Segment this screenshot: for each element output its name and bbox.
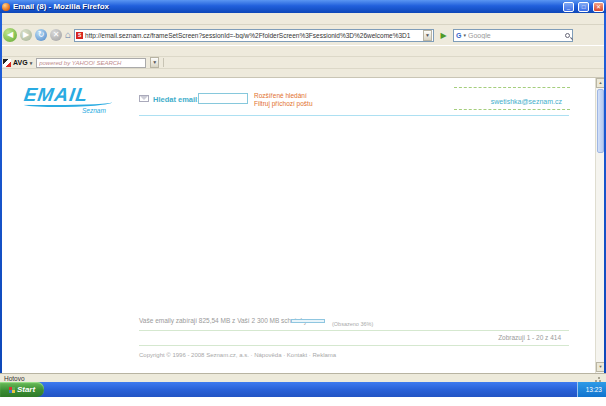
quota-note: (Obsazeno 36%) (332, 321, 373, 327)
status-text: Hotovo (4, 375, 25, 382)
resize-grip[interactable] (594, 375, 602, 382)
avg-toolbar: AVG ▾ ▼ (0, 56, 606, 68)
start-button[interactable]: Start (0, 382, 44, 397)
scroll-down-button[interactable]: ▼ (596, 362, 604, 372)
scrollbar-thumb[interactable] (597, 89, 604, 153)
close-button[interactable]: ✕ (593, 2, 604, 12)
dashed-divider (454, 87, 570, 88)
minimize-button[interactable]: _ (563, 2, 574, 12)
site-favicon-icon: S (76, 32, 83, 39)
advanced-search-link[interactable]: Rozšířené hledání (254, 92, 307, 99)
web-search-box[interactable]: G ▾ (453, 29, 573, 42)
navigation-toolbar: ◀ ▶ ↻ ✕ ⌂ S ▼ ▶ G ▾ (0, 25, 606, 45)
firefox-app-icon (2, 3, 10, 11)
desktop-screen: Email (8) - Mozilla Firefox _ □ ✕ ◀ ▶ ↻ … (0, 0, 606, 406)
chevron-down-icon[interactable]: ▾ (464, 32, 467, 38)
go-button[interactable]: ▶ (437, 29, 450, 42)
avg-brand-label: AVG (13, 59, 28, 66)
vertical-scrollbar[interactable]: ▲ ▼ (595, 78, 604, 373)
divider (139, 345, 569, 346)
url-bar[interactable]: S ▼ (74, 29, 434, 42)
showing-range-text: Zobrazuji 1 - 20 z 414 (498, 334, 561, 341)
avg-logo[interactable]: AVG ▾ (3, 59, 32, 67)
search-magnifier-icon[interactable] (565, 33, 570, 38)
url-dropdown-button[interactable]: ▼ (423, 30, 432, 41)
mail-search-input[interactable] (198, 93, 248, 104)
maximize-button[interactable]: □ (578, 2, 589, 12)
reload-button[interactable]: ↻ (35, 29, 47, 41)
url-input[interactable] (85, 32, 421, 39)
logo-subtitle: Seznam (82, 107, 106, 114)
windows-flag-icon (9, 387, 15, 393)
filter-incoming-link[interactable]: Filtruj příchozí poštu (254, 100, 313, 107)
taskbar-clock: 13:23 (586, 386, 602, 393)
status-bar: Hotovo (0, 373, 606, 382)
copyright-footer: Copyright © 1996 - 2008 Seznam.cz, a.s. … (139, 352, 336, 358)
menu-bar (0, 13, 606, 25)
home-button[interactable]: ⌂ (65, 28, 71, 42)
scroll-up-button[interactable]: ▲ (596, 78, 604, 88)
quota-text: Vaše emaily zabírají 825,54 MB z Vaší 2 … (139, 317, 309, 324)
web-search-input[interactable] (468, 32, 563, 39)
separator (163, 58, 164, 67)
divider (139, 330, 569, 331)
system-tray: 13:23 (577, 382, 606, 397)
yahoo-search-input[interactable] (36, 58, 146, 68)
bookmarks-toolbar (0, 45, 606, 56)
yahoo-search-dropdown-button[interactable]: ▼ (150, 57, 159, 68)
chevron-down-icon: ▾ (30, 60, 33, 66)
google-icon: G (456, 32, 461, 39)
desktop-edge (0, 397, 606, 406)
email-seznam-logo[interactable]: EMAIL Seznam (24, 84, 134, 116)
windows-taskbar: Start 13:23 (0, 382, 606, 397)
window-titlebar[interactable]: Email (8) - Mozilla Firefox _ □ ✕ (0, 0, 606, 13)
email-list (139, 115, 569, 116)
quota-progress-bar (291, 319, 325, 323)
stop-button[interactable]: ✕ (50, 29, 62, 41)
back-button[interactable]: ◀ (3, 28, 17, 42)
window-title: Email (8) - Mozilla Firefox (13, 2, 559, 11)
browser-viewport: swetishka@seznam.cz EMAIL Seznam Hledat … (2, 78, 604, 373)
account-email-link[interactable]: swetishka@seznam.cz (491, 98, 562, 105)
mail-search-label: Hledat email: (153, 95, 200, 104)
web-developer-toolbar (0, 68, 606, 78)
start-label: Start (17, 385, 35, 394)
avg-logo-icon (3, 59, 11, 67)
forward-button[interactable]: ▶ (20, 29, 32, 41)
dashed-divider (454, 109, 570, 110)
envelope-icon (139, 95, 149, 102)
